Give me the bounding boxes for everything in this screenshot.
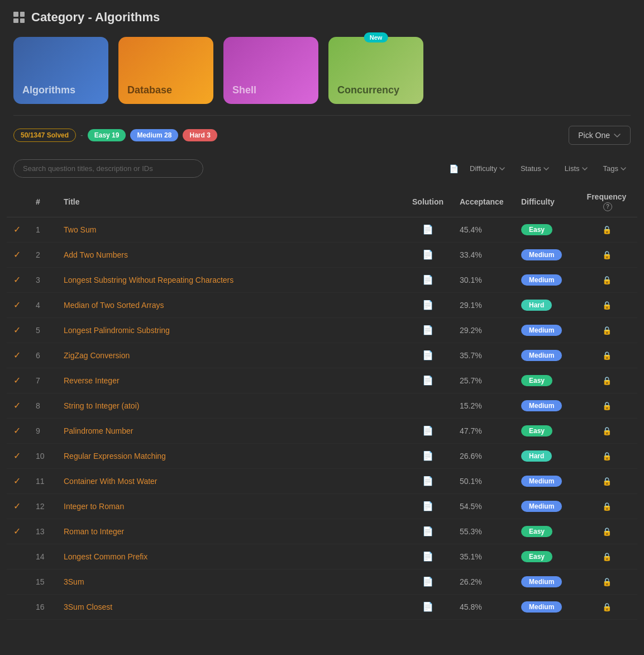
problem-title-cell: Integer to Roman — [57, 493, 403, 519]
category-label-database: Database — [127, 84, 172, 96]
table-row[interactable]: ✓7Reverse Integer📄25.7%Easy🔒 — [7, 368, 637, 393]
problem-link[interactable]: Roman to Integer — [64, 527, 124, 536]
solved-check-cell: ✓ — [7, 519, 29, 544]
category-card-concurrency[interactable]: New Concurrency — [328, 37, 423, 104]
table-row[interactable]: ✓3Longest Substring Without Repeating Ch… — [7, 267, 637, 292]
solution-icon[interactable]: 📄 — [422, 325, 433, 335]
lock-icon[interactable]: 🔒 — [602, 502, 612, 511]
solution-icon[interactable]: 📄 — [422, 225, 433, 234]
table-row[interactable]: ✓4Median of Two Sorted Arrays📄29.1%Hard🔒 — [7, 292, 637, 317]
lock-icon[interactable]: 🔒 — [602, 401, 612, 410]
category-card-shell[interactable]: Shell — [223, 37, 318, 104]
problem-link[interactable]: Reverse Integer — [64, 376, 120, 385]
acceptance-cell: 35.1% — [453, 544, 514, 569]
document-icon[interactable]: 📄 — [449, 164, 459, 173]
frequency-cell: 🔒 — [576, 343, 637, 368]
lock-icon[interactable]: 🔒 — [602, 527, 612, 536]
solved-check-cell: ✓ — [7, 493, 29, 519]
col-header-num: # — [29, 187, 57, 217]
lock-icon[interactable]: 🔒 — [602, 225, 612, 234]
search-input[interactable] — [13, 159, 203, 178]
difficulty-badge: Easy — [521, 551, 552, 562]
problem-link[interactable]: Longest Palindromic Substring — [64, 326, 170, 335]
solution-icon[interactable]: 📄 — [422, 275, 433, 284]
category-card-algorithms[interactable]: Algorithms — [13, 37, 108, 104]
easy-badge[interactable]: Easy 19 — [88, 129, 126, 141]
solution-icon[interactable]: 📄 — [422, 501, 433, 511]
table-row[interactable]: ✓8String to Integer (atoi)15.2%Medium🔒 — [7, 393, 637, 418]
solved-badge[interactable]: 50/1347 Solved — [13, 129, 76, 142]
table-row[interactable]: ✓10Regular Expression Matching📄26.6%Hard… — [7, 443, 637, 468]
lock-icon[interactable]: 🔒 — [602, 326, 612, 335]
solution-cell: 📄 — [403, 292, 453, 317]
solution-icon[interactable]: 📄 — [422, 250, 433, 259]
problem-link[interactable]: Container With Most Water — [64, 477, 158, 486]
lock-icon[interactable]: 🔒 — [602, 250, 612, 259]
lock-icon[interactable]: 🔒 — [602, 301, 612, 310]
category-card-database[interactable]: Database — [118, 37, 213, 104]
problem-link[interactable]: String to Integer (atoi) — [64, 401, 139, 410]
lock-icon[interactable]: 🔒 — [602, 577, 612, 586]
table-row[interactable]: ✓12Integer to Roman📄54.5%Medium🔒 — [7, 493, 637, 519]
problem-link[interactable]: Longest Substring Without Repeating Char… — [64, 276, 233, 284]
problem-link[interactable]: Regular Expression Matching — [64, 452, 166, 461]
problem-link[interactable]: Integer to Roman — [64, 502, 124, 511]
solution-icon[interactable]: 📄 — [422, 476, 433, 486]
lock-icon[interactable]: 🔒 — [602, 351, 612, 360]
difficulty-cell: Medium — [514, 267, 576, 292]
table-row[interactable]: ✓5Longest Palindromic Substring📄29.2%Med… — [7, 317, 637, 343]
lock-icon[interactable]: 🔒 — [602, 477, 612, 486]
hard-badge[interactable]: Hard 3 — [183, 129, 217, 141]
medium-badge[interactable]: Medium 28 — [130, 129, 178, 141]
table-row[interactable]: ✓9Palindrome Number📄47.7%Easy🔒 — [7, 418, 637, 443]
problem-number: 15 — [29, 569, 57, 594]
problem-link[interactable]: 3Sum — [64, 577, 84, 586]
solution-icon[interactable]: 📄 — [422, 426, 433, 435]
problem-link[interactable]: Median of Two Sorted Arrays — [64, 301, 164, 310]
solution-icon[interactable]: 📄 — [422, 526, 433, 536]
status-filter[interactable]: Status — [516, 162, 554, 175]
table-row[interactable]: ✓2Add Two Numbers📄33.4%Medium🔒 — [7, 242, 637, 267]
difficulty-filter-label: Difficulty — [470, 164, 497, 173]
solution-icon[interactable]: 📄 — [422, 602, 433, 611]
solution-icon[interactable]: 📄 — [422, 451, 433, 461]
frequency-cell: 🔒 — [576, 418, 637, 443]
lock-icon[interactable]: 🔒 — [602, 376, 612, 385]
lock-icon[interactable]: 🔒 — [602, 602, 612, 611]
difficulty-badge: Medium — [521, 601, 562, 613]
lock-icon[interactable]: 🔒 — [602, 276, 612, 284]
table-row[interactable]: 153Sum📄26.2%Medium🔒 — [7, 569, 637, 594]
solution-icon[interactable]: 📄 — [422, 577, 433, 586]
problem-link[interactable]: Palindrome Number — [64, 426, 133, 435]
difficulty-filter[interactable]: Difficulty — [465, 162, 509, 175]
tags-filter[interactable]: Tags — [599, 162, 631, 175]
lock-icon[interactable]: 🔒 — [602, 426, 612, 435]
lock-icon[interactable]: 🔒 — [602, 452, 612, 461]
difficulty-badge: Hard — [521, 300, 552, 311]
lists-filter[interactable]: Lists — [560, 162, 592, 175]
difficulty-badge: Medium — [521, 501, 562, 512]
solution-icon[interactable]: 📄 — [422, 350, 433, 360]
table-row[interactable]: ✓1Two Sum📄45.4%Easy🔒 — [7, 217, 637, 242]
problem-link[interactable]: Longest Common Prefix — [64, 552, 147, 561]
solution-icon[interactable]: 📄 — [422, 376, 433, 385]
difficulty-cell: Easy — [514, 418, 576, 443]
table-row[interactable]: ✓11Container With Most Water📄50.1%Medium… — [7, 468, 637, 493]
pick-one-button[interactable]: Pick One — [569, 126, 631, 145]
frequency-help-icon[interactable]: ? — [603, 202, 612, 211]
lock-icon[interactable]: 🔒 — [602, 552, 612, 561]
solution-icon[interactable]: 📄 — [422, 300, 433, 310]
problem-link[interactable]: 3Sum Closest — [64, 602, 112, 611]
solution-icon[interactable]: 📄 — [422, 552, 433, 561]
table-row[interactable]: ✓6ZigZag Conversion📄35.7%Medium🔒 — [7, 343, 637, 368]
problems-table: # Title Solution Acceptance Difficulty F… — [7, 187, 637, 620]
problem-title-cell: Longest Substring Without Repeating Char… — [57, 267, 403, 292]
table-row[interactable]: 14Longest Common Prefix📄35.1%Easy🔒 — [7, 544, 637, 569]
check-icon: ✓ — [13, 300, 21, 310]
problem-link[interactable]: Add Two Numbers — [64, 250, 128, 259]
problem-link[interactable]: ZigZag Conversion — [64, 351, 130, 360]
table-row[interactable]: 163Sum Closest📄45.8%Medium🔒 — [7, 594, 637, 619]
solution-cell: 📄 — [403, 594, 453, 619]
table-row[interactable]: ✓13Roman to Integer📄55.3%Easy🔒 — [7, 519, 637, 544]
problem-link[interactable]: Two Sum — [64, 225, 96, 234]
